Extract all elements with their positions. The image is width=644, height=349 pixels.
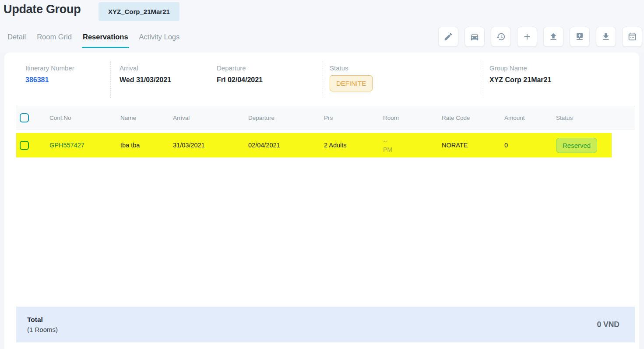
field-departure: Departure Fri 02/04/2021 (217, 64, 263, 84)
arrow-up-box-icon (575, 32, 584, 42)
reservations-table: Conf.No Name Arrival Departure Prs Room … (16, 106, 635, 157)
cell-amount: 0 (504, 142, 556, 149)
col-status: Status (556, 115, 635, 121)
field-separator (483, 61, 483, 98)
col-name: Name (120, 115, 173, 121)
cell-arrival: 31/03/2021 (173, 142, 248, 149)
toolbar (438, 27, 642, 47)
room-type: PM (383, 145, 442, 154)
calendar-icon (627, 32, 637, 42)
col-room: Room (383, 115, 442, 121)
tab-room-grid[interactable]: Room Grid (36, 32, 73, 48)
row-checkbox[interactable] (20, 141, 29, 150)
cell-conf-no[interactable]: GPH557427 (49, 142, 120, 149)
status-badge: DEFINITE (330, 75, 373, 91)
group-summary: Itinerary Number 386381 Arrival Wed 31/0… (4, 52, 639, 105)
col-departure: Departure (248, 115, 324, 121)
rooms-count-label: (1 Rooms) (27, 326, 58, 333)
download-button[interactable] (596, 27, 616, 47)
departure-value: Fri 02/04/2021 (217, 76, 263, 84)
tab-detail[interactable]: Detail (7, 32, 27, 48)
tab-reservations[interactable]: Reservations (82, 32, 129, 48)
total-label: Total (27, 316, 58, 324)
upload-button[interactable] (543, 27, 563, 47)
itinerary-value[interactable]: 386381 (25, 76, 74, 84)
field-arrival: Arrival Wed 31/03/2021 (120, 64, 171, 84)
totals-footer: Total (1 Rooms) 0 VND (16, 307, 635, 342)
cell-room: -- PM (383, 136, 442, 154)
calendar-button[interactable] (622, 27, 642, 47)
main-panel: Itinerary Number 386381 Arrival Wed 31/0… (4, 52, 639, 349)
cell-prs: 2 Adults (324, 142, 383, 149)
arrival-label: Arrival (120, 64, 171, 72)
status-label: Status (330, 64, 373, 72)
field-group-name: Group Name XYZ Corp 21Mar21 (489, 64, 551, 84)
col-arrival: Arrival (173, 115, 248, 121)
group-name-badge: XYZ_Corp_21Mar21 (99, 2, 179, 21)
pencil-icon (443, 32, 453, 42)
history-icon (496, 32, 506, 42)
page-title: Update Group (4, 3, 81, 16)
col-amount: Amount (504, 115, 556, 121)
tab-activity-logs[interactable]: Activity Logs (138, 32, 181, 48)
field-status: Status DEFINITE (330, 64, 373, 91)
group-name-label: Group Name (489, 64, 551, 72)
plus-icon (522, 32, 532, 42)
group-name-value: XYZ Corp 21Mar21 (489, 76, 551, 84)
field-separator (323, 61, 323, 98)
departure-label: Departure (217, 64, 263, 72)
history-button[interactable] (491, 27, 511, 47)
col-rate-code: Rate Code (442, 115, 504, 121)
col-conf-no: Conf.No (49, 115, 120, 121)
table-row[interactable]: GPH557427 tba tba 31/03/2021 02/04/2021 … (16, 133, 612, 157)
cell-name: tba tba (120, 142, 173, 149)
transport-button[interactable] (465, 27, 485, 47)
cell-departure: 02/04/2021 (248, 142, 324, 149)
itinerary-label: Itinerary Number (25, 64, 74, 72)
edit-button[interactable] (438, 27, 458, 47)
field-separator (110, 61, 111, 98)
total-amount: 0 VND (597, 320, 635, 329)
select-all-checkbox[interactable] (20, 113, 29, 122)
tab-bar: Detail Room Grid Reservations Activity L… (7, 32, 180, 48)
arrival-value: Wed 31/03/2021 (120, 76, 171, 84)
add-button[interactable] (517, 27, 537, 47)
car-icon (470, 32, 479, 42)
field-itinerary-number: Itinerary Number 386381 (25, 64, 74, 84)
room-number: -- (383, 136, 442, 145)
page-header: Update Group XYZ_Corp_21Mar21 Detail Roo… (0, 0, 644, 52)
totals-labels: Total (1 Rooms) (16, 316, 58, 333)
table-header-row: Conf.No Name Arrival Departure Prs Room … (16, 106, 635, 129)
upload-box-button[interactable] (570, 27, 590, 47)
reservation-status-badge: Reserved (556, 138, 597, 153)
download-icon (601, 32, 611, 42)
col-prs: Prs (324, 115, 383, 121)
upload-icon (549, 32, 558, 42)
cell-rate-code: NORATE (442, 142, 504, 149)
